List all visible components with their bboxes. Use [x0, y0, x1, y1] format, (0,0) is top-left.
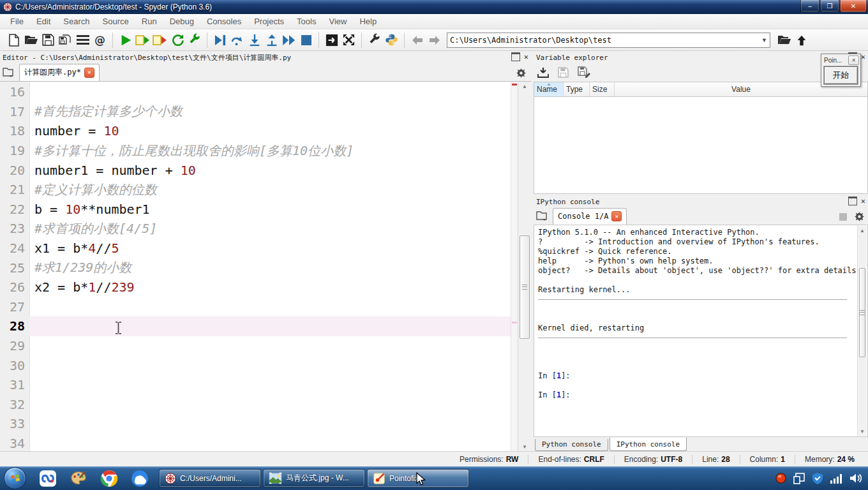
- column-header-size[interactable]: Size: [590, 82, 615, 96]
- pointofix-window[interactable]: Poin... ✕ 开始: [821, 54, 861, 87]
- console-output[interactable]: IPython 5.1.0 -- An enhanced Interactive…: [534, 225, 868, 437]
- console-undock-icon[interactable]: [848, 197, 857, 205]
- taskbar-button-spyder[interactable]: C:/Users/Admini...: [159, 469, 261, 487]
- run-icon[interactable]: [117, 31, 134, 48]
- menu-tools[interactable]: Tools: [290, 17, 322, 26]
- preferences-wrench-icon[interactable]: [366, 31, 383, 48]
- editor-undock-icon[interactable]: [511, 52, 520, 61]
- clipboard-tray-icon[interactable]: [793, 473, 805, 484]
- editor-scrollbar-thumb[interactable]: [520, 235, 530, 339]
- taskbar-button-photo-viewer[interactable]: 马青公式.jpg - W...: [263, 469, 365, 487]
- code-text[interactable]: #求1/239的小数: [29, 258, 511, 278]
- network-tray-icon[interactable]: [830, 473, 842, 484]
- console-scrollbar[interactable]: ▲ ▼: [857, 226, 867, 436]
- editor-vertical-scrollbar[interactable]: ▲ ▼: [518, 82, 531, 451]
- menu-edit[interactable]: Edit: [30, 17, 57, 26]
- start-button[interactable]: [4, 467, 26, 489]
- browse-tabs-icon[interactable]: [3, 67, 17, 80]
- console-options-gear-icon[interactable]: [855, 212, 864, 221]
- debug-icon[interactable]: [211, 31, 228, 48]
- save-icon[interactable]: [40, 31, 57, 48]
- code-text[interactable]: #首先指定计算多少个小数: [29, 102, 511, 122]
- editor-tab[interactable]: 计算圆周率.py* ✕: [19, 64, 100, 81]
- code-text[interactable]: #多计算十位，防止尾数出现取舍的影响[多算10位小数]: [29, 141, 511, 161]
- editor-tab-close-icon[interactable]: ✕: [84, 68, 94, 78]
- debug-step-into-icon[interactable]: [246, 31, 263, 48]
- code-text[interactable]: #求首项的小数[4/5]: [29, 219, 511, 239]
- open-file-icon[interactable]: [22, 31, 40, 48]
- save-data-as-icon[interactable]: [578, 66, 590, 78]
- close-button[interactable]: ✕: [840, 0, 867, 12]
- remote-knot-app-icon[interactable]: [37, 469, 59, 488]
- column-header-type[interactable]: Type: [564, 82, 590, 96]
- console-close-icon[interactable]: ✕: [861, 198, 865, 204]
- maximize-pane-icon[interactable]: [323, 31, 340, 48]
- maximize-button[interactable]: ❐: [820, 0, 839, 12]
- save-data-icon[interactable]: [558, 67, 569, 78]
- rerun-icon[interactable]: [168, 31, 186, 48]
- column-header-name[interactable]: Name: [534, 82, 564, 96]
- variable-table-body[interactable]: [534, 97, 867, 208]
- symbol-finder-icon[interactable]: @: [91, 31, 108, 48]
- pointofix-titlebar[interactable]: Poin... ✕: [821, 54, 860, 65]
- code-text[interactable]: [29, 395, 511, 415]
- variable-explorer-header[interactable]: Variable explorer ✕: [534, 51, 868, 64]
- run-cell-icon[interactable]: [134, 31, 151, 48]
- console-browse-tabs-icon[interactable]: [536, 211, 550, 223]
- editor-panel-header[interactable]: Editor - C:\Users\Administrator\Desktop\…: [0, 51, 531, 64]
- code-text[interactable]: [29, 375, 511, 395]
- code-text[interactable]: [29, 414, 511, 434]
- menu-help[interactable]: Help: [353, 17, 383, 26]
- code-text[interactable]: [29, 336, 511, 356]
- console-tab-close-icon[interactable]: ✕: [611, 211, 622, 221]
- minimize-button[interactable]: –: [800, 0, 819, 12]
- back-icon[interactable]: [408, 31, 426, 48]
- code-editor[interactable]: 1617#首先指定计算多少个小数18number = 1019#多计算十位，防止…: [0, 81, 531, 451]
- taskbar-button-pointofix[interactable]: Pointofix: [367, 469, 469, 487]
- bottom-tab-python-console[interactable]: Python console: [535, 439, 608, 451]
- bottom-tab-ipython-console[interactable]: IPython console: [610, 438, 687, 451]
- browse-directory-icon[interactable]: [775, 31, 793, 48]
- code-text[interactable]: [29, 297, 511, 317]
- menu-debug[interactable]: Debug: [163, 17, 200, 26]
- code-text[interactable]: [29, 434, 511, 454]
- code-text[interactable]: x1 = b*4//5: [29, 239, 511, 258]
- editor-options-gear-icon[interactable]: [516, 68, 526, 78]
- console-scroll-up-arrow[interactable]: ▲: [858, 226, 867, 235]
- console-tab[interactable]: Console 1/A ✕: [553, 208, 627, 225]
- titlebar[interactable]: C:/Users/Administrator/Desktop/test - Sp…: [0, 0, 868, 14]
- scroll-up-arrow[interactable]: ▲: [518, 82, 531, 91]
- menu-source[interactable]: Source: [96, 17, 135, 26]
- code-text[interactable]: [29, 82, 511, 102]
- save-all-icon[interactable]: [57, 31, 74, 48]
- pointofix-start-button[interactable]: 开始: [824, 66, 858, 84]
- menu-consoles[interactable]: Consoles: [200, 17, 248, 26]
- scroll-down-arrow[interactable]: ▼: [518, 442, 531, 451]
- debug-continue-icon[interactable]: [280, 31, 297, 48]
- new-file-icon[interactable]: [5, 31, 22, 48]
- console-scrollbar-thumb[interactable]: [859, 268, 865, 357]
- paint-app-icon[interactable]: [68, 469, 89, 488]
- menu-view[interactable]: View: [322, 17, 353, 26]
- record-tray-icon[interactable]: [775, 473, 786, 484]
- code-text[interactable]: b = 10**number1: [29, 200, 511, 219]
- forward-icon[interactable]: [426, 31, 443, 48]
- browser-cloud-app-icon[interactable]: [129, 469, 151, 488]
- working-directory-input[interactable]: [447, 33, 759, 47]
- code-text[interactable]: [29, 316, 511, 336]
- code-text[interactable]: x2 = b*1//239: [29, 278, 511, 297]
- dropdown-caret-icon[interactable]: ▼: [759, 37, 770, 43]
- debug-step-icon[interactable]: [228, 31, 246, 48]
- fullscreen-icon[interactable]: [340, 31, 357, 48]
- console-prompt[interactable]: In [1]:: [538, 390, 855, 400]
- menu-search[interactable]: Search: [57, 17, 96, 26]
- file-switcher-icon[interactable]: [74, 31, 91, 48]
- run-cell-advance-icon[interactable]: [151, 31, 168, 48]
- parent-directory-icon[interactable]: [793, 31, 810, 48]
- pythonpath-icon[interactable]: [383, 31, 400, 48]
- volume-tray-icon[interactable]: [849, 473, 862, 484]
- debug-stop-icon[interactable]: [297, 31, 315, 48]
- run-configuration-icon[interactable]: [186, 31, 203, 48]
- menu-file[interactable]: File: [4, 17, 30, 26]
- varexp-close-icon[interactable]: ✕: [861, 54, 865, 60]
